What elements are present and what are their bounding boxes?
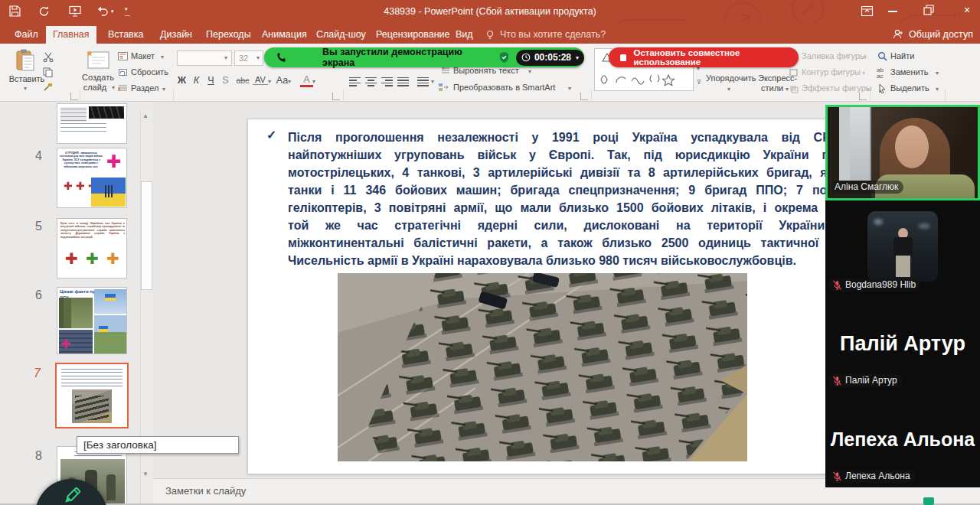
font-name-dropdown-icon[interactable]: ▾ [224, 54, 227, 61]
new-slide-icon[interactable] [86, 50, 110, 70]
shapes-more-icon[interactable]: ⊽ [697, 79, 701, 86]
shadow-button[interactable]: S [219, 75, 232, 86]
align-center-icon[interactable] [365, 76, 377, 87]
scroll-up-icon[interactable]: ▲ [142, 112, 150, 119]
shape-outline-button[interactable]: Контур фигуры [802, 67, 861, 77]
share-button[interactable]: Общий доступ [902, 26, 980, 44]
quick-styles-button-line2[interactable]: стили [761, 83, 783, 93]
layout-dropdown-icon[interactable]: ▾ [161, 54, 164, 60]
change-case-dropdown-icon[interactable]: ▾ [288, 78, 291, 85]
bold-button[interactable]: Ж [175, 75, 188, 86]
align-right-icon[interactable] [381, 76, 393, 87]
arrange-button[interactable]: Упорядочить [706, 73, 756, 83]
scroll-down-icon[interactable]: ▼ [142, 471, 150, 477]
shape-fill-button[interactable]: Заливка фигуры [802, 51, 866, 60]
tab-review[interactable]: Рецензирование [369, 26, 457, 44]
select-button[interactable]: Выделить [890, 83, 929, 93]
find-button[interactable]: Найти [890, 51, 914, 60]
shape-effects-dropdown-icon[interactable]: ▾ [866, 86, 869, 93]
tab-slideshow[interactable]: Слайд-шоу [309, 26, 373, 44]
layout-button[interactable]: Макет [131, 51, 155, 60]
drawing-dialog-launcher-icon[interactable] [859, 93, 867, 100]
redo-icon[interactable] [38, 5, 51, 18]
shape-effects-button[interactable]: Эффекты фигуры [802, 83, 872, 93]
reset-button[interactable]: Сбросить [131, 67, 168, 77]
paste-dropdown-icon[interactable]: ▾ [24, 85, 27, 92]
font-color-dropdown-icon[interactable]: ▾ [312, 78, 315, 85]
italic-button[interactable]: К [190, 75, 203, 86]
ribbon-display-options-icon[interactable] [861, 5, 874, 18]
smartart-icon[interactable] [438, 83, 449, 92]
clipboard-dialog-launcher-icon[interactable] [70, 93, 78, 100]
participant-video-bogdana[interactable]: Bogdana989 Hlib [825, 200, 980, 296]
new-slide-button-line2[interactable]: слайд [77, 83, 113, 92]
char-spacing-dropdown-icon[interactable]: ▾ [268, 78, 271, 85]
minimize-icon[interactable] [888, 11, 897, 12]
copy-icon[interactable] [43, 67, 53, 77]
underline-button[interactable]: Ч [204, 75, 217, 86]
replace-button[interactable]: Заменить [890, 67, 928, 77]
participant-video-lepekha[interactable]: Лепеха Альона Лепеха Альона [825, 392, 980, 487]
align-left-icon[interactable] [349, 76, 361, 87]
paste-icon[interactable] [15, 49, 35, 72]
participant-video-palii[interactable]: Палій Артур Палій Артур [825, 296, 980, 392]
section-button[interactable]: Раздел [131, 83, 158, 93]
new-slide-dropdown-icon[interactable]: ▾ [112, 84, 115, 91]
close-icon[interactable]: × [964, 4, 970, 16]
align-text-dropdown-icon[interactable]: ▾ [528, 68, 531, 75]
char-spacing-button[interactable]: AV [253, 75, 268, 85]
change-case-button[interactable]: Aa [276, 75, 289, 86]
smartart-button[interactable]: Преобразовать в SmartArt [453, 83, 555, 92]
shape-outline-dropdown-icon[interactable]: ▾ [862, 70, 865, 77]
save-icon[interactable] [9, 5, 22, 18]
tab-file[interactable]: Файл [8, 26, 45, 44]
slide-thumbnail-4[interactable]: 6 ГРУДНЯ - вважається спільним для всіх … [57, 148, 127, 208]
tab-view[interactable]: Вид [449, 26, 480, 44]
select-dropdown-icon[interactable]: ▾ [936, 86, 939, 93]
strikethrough-button[interactable]: abc [234, 76, 252, 85]
current-slide[interactable]: ✓ Після проголошення незалежності у 1991… [247, 119, 880, 474]
tab-design[interactable]: Дизайн [153, 26, 199, 44]
cut-icon[interactable] [43, 52, 54, 62]
undo-icon[interactable] [96, 5, 109, 18]
font-size-dropdown-icon[interactable]: ▾ [256, 54, 260, 61]
slide-body-text[interactable]: Після проголошення незалежності у 1991 р… [288, 129, 876, 269]
screenshare-timer-pill[interactable]: 00:05:28 ▾ [516, 50, 584, 66]
tab-home[interactable]: Главная [46, 26, 96, 44]
tab-insert[interactable]: Вставка [101, 26, 150, 44]
shape-fill-dropdown-icon[interactable]: ▾ [864, 54, 867, 60]
section-icon[interactable] [118, 84, 128, 93]
font-dialog-launcher-icon[interactable] [332, 93, 340, 100]
tell-me-search[interactable]: Что вы хотите сделать? [493, 26, 612, 44]
tank-rows [75, 396, 109, 420]
reset-icon[interactable] [118, 68, 128, 77]
slide-thumbnail-5[interactable]: Крім того, в складі Збройних сил України… [57, 218, 127, 279]
tanks-photo[interactable] [338, 273, 747, 461]
tab-transitions[interactable]: Переходы [199, 26, 258, 44]
replace-dropdown-icon[interactable]: ▾ [936, 70, 939, 77]
justify-icon[interactable] [397, 76, 409, 87]
zoom-toolbar-indicator[interactable] [923, 497, 934, 505]
layout-icon[interactable] [118, 52, 128, 60]
qat-customize-icon[interactable]: ▾— [125, 6, 130, 18]
smartart-dropdown-icon[interactable]: ▾ [568, 85, 571, 92]
format-painter-icon[interactable] [43, 82, 54, 92]
arrange-dropdown-icon[interactable]: ▾ [727, 86, 730, 93]
sidebar-scrollbar-thumb[interactable] [141, 181, 152, 290]
new-slide-button[interactable]: Создать [77, 73, 119, 82]
slide-thumbnail-partial[interactable] [57, 103, 127, 144]
tab-animations[interactable]: Анимация [255, 26, 314, 44]
slide-thumbnail-7-selected[interactable] [55, 363, 129, 428]
start-slideshow-icon[interactable] [69, 5, 82, 18]
paragraph-dialog-launcher-icon[interactable] [580, 93, 588, 100]
columns-icon[interactable] [417, 76, 429, 87]
restore-icon[interactable] [923, 5, 934, 15]
slide-thumbnail-6[interactable]: Цікаві факти про ЗСУ ✚ [57, 287, 127, 354]
font-color-button[interactable]: А [300, 74, 313, 87]
undo-dropdown-icon[interactable]: ▾ [111, 8, 114, 15]
stop-share-banner[interactable]: Остановить совместное использование [609, 47, 799, 67]
columns-dropdown-icon[interactable]: ▾ [431, 78, 434, 85]
section-dropdown-icon[interactable]: ▾ [162, 86, 165, 93]
participant-video-alina[interactable]: Аліна Смаглюк [825, 105, 980, 200]
thumbnail-number: 5 [35, 220, 42, 233]
